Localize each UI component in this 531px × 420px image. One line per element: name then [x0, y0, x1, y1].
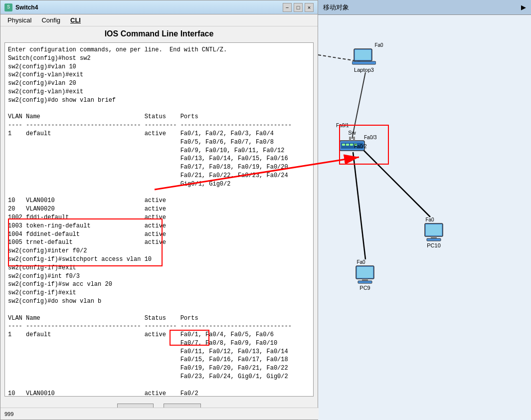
switch-port-fa01: Fa0/1 [336, 123, 349, 128]
status-text: 999 [4, 411, 13, 417]
pc10-label: PC10 [423, 242, 445, 248]
svg-rect-18 [426, 224, 442, 235]
svg-rect-23 [362, 279, 368, 281]
svg-line-5 [353, 152, 365, 259]
pc10-icon [423, 222, 445, 241]
pc10-port-label: Fa0 [419, 217, 441, 222]
svg-rect-7 [355, 50, 371, 60]
tab-physical[interactable]: Physical [2, 15, 36, 25]
status-bar: 999 [0, 408, 319, 420]
pc9-port-label: Fa0 [350, 259, 372, 265]
network-canvas: Fa0 Laptop3 Fa0/1 Fa0/3 Fa0/2 Sw [318, 15, 531, 355]
window-icon: S [4, 3, 12, 11]
switch-port-fa03: Fa0/3 [364, 135, 377, 140]
svg-rect-20 [427, 238, 441, 241]
svg-rect-19 [431, 236, 437, 238]
switch4-window: S Switch4 − □ × Physical Config CLI IOS … [0, 0, 318, 420]
svg-rect-15 [349, 137, 351, 141]
laptop-port-label: Fa0 [367, 42, 391, 48]
device-switch[interactable]: Fa0/1 Fa0/3 Fa0/2 Sw [339, 130, 365, 156]
laptop3-icon [352, 48, 376, 66]
close-button[interactable]: × [305, 3, 314, 12]
window-title: Switch4 [15, 4, 283, 11]
svg-line-3 [352, 72, 365, 139]
tab-cli[interactable]: CLI [65, 15, 86, 25]
network-area: 移动对象 ▶ Fa0 Laptop3 [318, 0, 531, 420]
move-objects-label: 移动对象 [323, 3, 349, 12]
cli-title: IOS Command Line Interface [0, 26, 318, 41]
svg-rect-13 [350, 144, 353, 146]
svg-rect-8 [352, 61, 376, 64]
title-bar: S Switch4 − □ × [0, 0, 318, 14]
minimize-button[interactable]: − [283, 3, 292, 12]
device-pc9[interactable]: Fa0 PC9 [354, 259, 376, 291]
cli-output: Enter configuration commands, one per li… [8, 46, 310, 397]
nav-arrow: ▶ [521, 3, 526, 11]
device-laptop3[interactable]: Fa0 Laptop3 [352, 42, 376, 73]
network-svg [318, 15, 531, 355]
svg-rect-12 [346, 144, 349, 146]
svg-rect-24 [358, 281, 372, 283]
pc9-label: PC9 [354, 285, 376, 291]
cli-area[interactable]: Enter configuration commands, one per li… [4, 42, 314, 397]
maximize-button[interactable]: □ [294, 3, 303, 12]
switch-port-fa02: Fa0/2 [354, 144, 367, 149]
laptop3-label: Laptop3 [352, 67, 376, 73]
tab-config[interactable]: Config [36, 15, 65, 25]
window-controls: − □ × [283, 3, 314, 12]
svg-rect-22 [357, 267, 373, 278]
switch-label-sw: Sw [339, 130, 365, 136]
menu-bar: Physical Config CLI [0, 14, 318, 26]
svg-line-4 [360, 147, 430, 217]
svg-rect-11 [342, 144, 345, 146]
pc9-icon [354, 265, 376, 284]
switch-ports-container: Fa0/1 Fa0/3 Fa0/2 Sw [339, 130, 365, 156]
svg-rect-16 [353, 137, 355, 141]
network-top-bar: 移动对象 ▶ [318, 0, 531, 15]
device-pc10[interactable]: Fa0 PC10 [423, 217, 445, 248]
